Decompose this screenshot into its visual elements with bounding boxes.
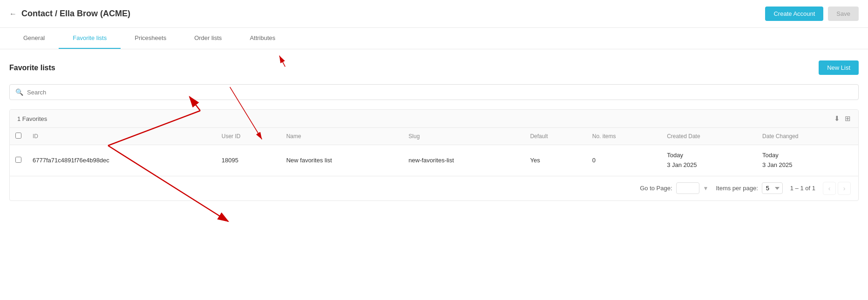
- pagination: Go to Page: ▼ Items per page: 5 10 25 50…: [10, 176, 858, 200]
- page-range: 1 – 1 of 1: [790, 185, 815, 192]
- col-slug: Slug: [403, 128, 524, 145]
- cell-slug: new-favorites-list: [403, 145, 524, 176]
- content-area: Favorite lists New List 🔍 1 Favorites ⬇ …: [0, 49, 868, 212]
- col-date-changed: Date Changed: [757, 128, 858, 145]
- items-per-page-label: Items per page:: [716, 185, 758, 192]
- items-per-page-select[interactable]: 5 10 25 50: [762, 182, 783, 194]
- save-button[interactable]: Save: [828, 7, 859, 21]
- header-left: ← Contact / Ella Brow (ACME): [9, 9, 130, 19]
- goto-chevron-icon: ▼: [703, 185, 709, 192]
- col-name: Name: [281, 128, 403, 145]
- cell-id: 6777fa71c4891f76e4b98dec: [27, 145, 216, 176]
- row-checkbox[interactable]: [15, 157, 21, 163]
- prev-page-button[interactable]: ‹: [823, 182, 836, 195]
- select-all-checkbox[interactable]: [15, 133, 21, 139]
- favorites-table: ID User ID Name Slug Default No. items C…: [10, 128, 858, 176]
- col-default: Default: [524, 128, 586, 145]
- goto-page-input[interactable]: [676, 182, 699, 194]
- section-title: Favorite lists: [9, 64, 55, 72]
- page-title: Contact / Ella Brow (ACME): [21, 9, 130, 19]
- tab-attributes[interactable]: Attributes: [236, 28, 289, 49]
- col-no-items: No. items: [587, 128, 661, 145]
- cell-default: Yes: [524, 145, 586, 176]
- download-icon[interactable]: ⬇: [834, 114, 840, 123]
- page-nav: ‹ ›: [823, 182, 851, 195]
- next-page-button[interactable]: ›: [838, 182, 851, 195]
- create-account-button[interactable]: Create Account: [765, 7, 823, 21]
- cell-date-changed: Today3 Jan 2025: [757, 145, 858, 176]
- goto-page: Go to Page: ▼: [640, 182, 708, 194]
- cell-user-id: 18095: [216, 145, 281, 176]
- grid-icon[interactable]: ⊞: [845, 114, 851, 123]
- favorites-count: 1 Favorites: [17, 115, 47, 122]
- tab-general[interactable]: General: [9, 28, 59, 49]
- back-button[interactable]: ←: [9, 10, 17, 18]
- new-list-button[interactable]: New List: [819, 60, 859, 75]
- table-row: 6777fa71c4891f76e4b98dec 18095 New favor…: [10, 145, 858, 176]
- goto-page-label: Go to Page:: [640, 185, 672, 192]
- search-input[interactable]: [27, 89, 853, 96]
- cell-created-date: Today3 Jan 2025: [661, 145, 757, 176]
- table-header-bar: 1 Favorites ⬇ ⊞: [10, 110, 858, 128]
- col-user-id: User ID: [216, 128, 281, 145]
- search-wrapper: 🔍: [9, 84, 859, 100]
- cell-no-items: 0: [587, 145, 661, 176]
- col-created-date: Created Date: [661, 128, 757, 145]
- page-header: ← Contact / Ella Brow (ACME) Create Acco…: [0, 0, 868, 28]
- table-actions: ⬇ ⊞: [834, 114, 851, 123]
- tab-order-lists[interactable]: Order lists: [180, 28, 236, 49]
- search-icon: 🔍: [15, 88, 23, 96]
- table-container: 1 Favorites ⬇ ⊞ ID User ID Name Slug: [9, 109, 859, 201]
- col-checkbox: [10, 128, 27, 145]
- cell-name: New favorites list: [281, 145, 403, 176]
- header-right: Create Account Save: [765, 7, 859, 21]
- tab-pricesheets[interactable]: Pricesheets: [121, 28, 180, 49]
- tab-favorite-lists[interactable]: Favorite lists: [59, 28, 121, 49]
- items-per-page: Items per page: 5 10 25 50: [716, 182, 782, 194]
- col-id: ID: [27, 128, 216, 145]
- tabs-bar: General Favorite lists Pricesheets Order…: [0, 28, 868, 49]
- section-header: Favorite lists New List: [9, 60, 859, 75]
